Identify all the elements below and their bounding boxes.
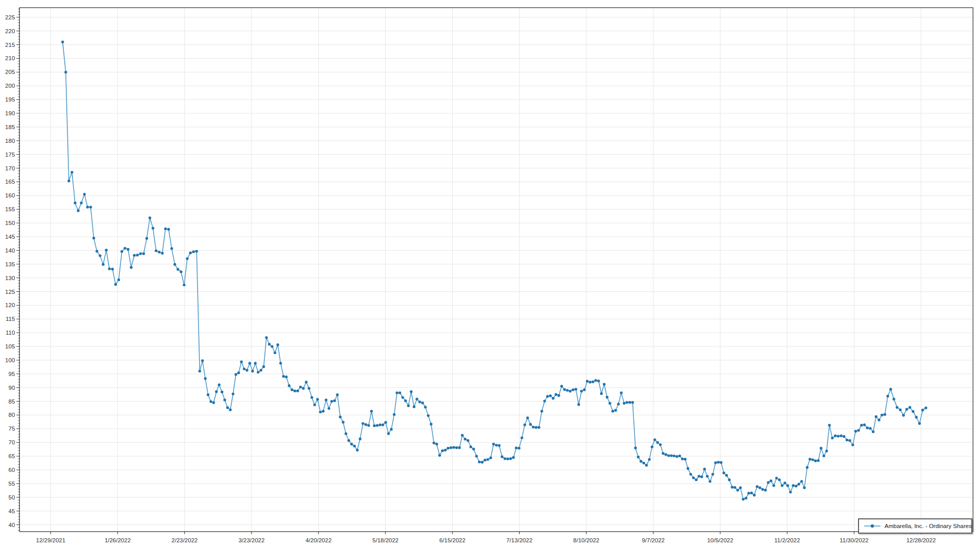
svg-text:11/2/2022: 11/2/2022 — [774, 537, 800, 543]
svg-text:200: 200 — [5, 83, 15, 89]
svg-text:60: 60 — [9, 467, 15, 473]
svg-text:70: 70 — [9, 439, 15, 445]
svg-text:130: 130 — [5, 275, 15, 281]
svg-text:100: 100 — [5, 357, 15, 363]
svg-text:85: 85 — [9, 398, 15, 405]
svg-text:185: 185 — [5, 124, 15, 130]
svg-text:115: 115 — [6, 316, 15, 322]
svg-text:170: 170 — [5, 165, 15, 171]
svg-text:80: 80 — [9, 412, 15, 418]
svg-text:145: 145 — [5, 234, 15, 240]
svg-text:140: 140 — [5, 247, 15, 254]
svg-text:1/26/2022: 1/26/2022 — [105, 537, 131, 543]
svg-text:40: 40 — [9, 522, 15, 528]
svg-text:220: 220 — [5, 28, 15, 34]
svg-text:135: 135 — [5, 261, 15, 267]
svg-text:120: 120 — [5, 302, 15, 308]
svg-text:10/5/2022: 10/5/2022 — [707, 537, 733, 543]
svg-text:125: 125 — [5, 289, 15, 295]
svg-text:12/29/2021: 12/29/2021 — [36, 537, 66, 543]
chart-legend[interactable]: Ambarella, Inc. - Ordinary Shares — [858, 518, 972, 534]
svg-text:12/28/2022: 12/28/2022 — [906, 537, 936, 543]
svg-text:90: 90 — [9, 385, 15, 391]
svg-text:6/15/2022: 6/15/2022 — [439, 537, 465, 543]
svg-text:9/7/2022: 9/7/2022 — [642, 537, 665, 543]
series-label: Ambarella, Inc. - Ordinary Shares — [885, 523, 972, 529]
svg-text:215: 215 — [5, 42, 15, 48]
svg-text:5/18/2022: 5/18/2022 — [373, 537, 399, 543]
svg-text:180: 180 — [5, 138, 15, 144]
svg-text:4/20/2022: 4/20/2022 — [305, 537, 331, 543]
svg-text:210: 210 — [5, 55, 15, 61]
svg-text:50: 50 — [9, 494, 15, 500]
svg-text:55: 55 — [9, 481, 15, 487]
svg-text:105: 105 — [5, 343, 15, 349]
svg-text:75: 75 — [9, 425, 15, 432]
svg-text:205: 205 — [5, 69, 15, 75]
svg-text:8/10/2022: 8/10/2022 — [573, 537, 599, 543]
svg-text:65: 65 — [9, 453, 15, 459]
svg-text:150: 150 — [5, 220, 15, 226]
svg-text:175: 175 — [5, 152, 15, 158]
stock-price-chart: 2252202152102052001951901851801751701651… — [0, 0, 980, 551]
svg-text:165: 165 — [5, 179, 15, 185]
svg-text:155: 155 — [5, 206, 15, 212]
chart-plot-area[interactable]: 2252202152102052001951901851801751701651… — [0, 0, 980, 551]
svg-text:160: 160 — [5, 192, 15, 198]
svg-text:110: 110 — [6, 330, 15, 336]
svg-text:11/30/2022: 11/30/2022 — [840, 537, 869, 543]
svg-text:45: 45 — [9, 508, 15, 514]
svg-text:2/23/2022: 2/23/2022 — [172, 537, 198, 543]
svg-text:195: 195 — [5, 96, 15, 103]
svg-text:225: 225 — [5, 14, 15, 20]
svg-text:190: 190 — [5, 110, 15, 116]
svg-text:95: 95 — [9, 371, 15, 377]
series-line-marker-icon — [864, 523, 881, 529]
svg-text:3/23/2022: 3/23/2022 — [238, 537, 264, 543]
svg-text:7/13/2022: 7/13/2022 — [506, 537, 532, 543]
